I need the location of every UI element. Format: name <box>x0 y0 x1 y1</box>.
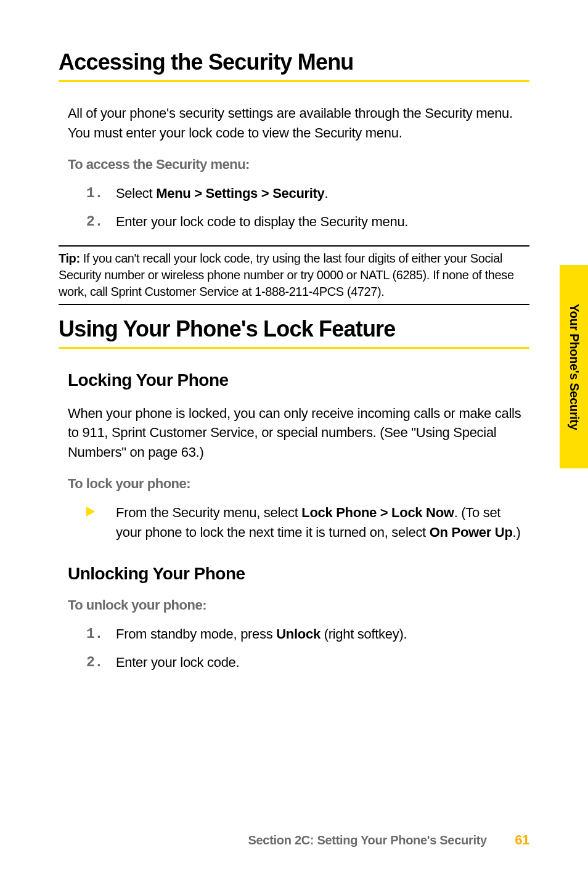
unlock-steps-list: 1. From standby mode, press Unlock (righ… <box>59 624 529 672</box>
lock-steps-list: From the Security menu, select Lock Phon… <box>59 503 529 542</box>
page-number: 61 <box>515 832 529 847</box>
menu-path: Lock Phone > Lock Now <box>301 505 454 520</box>
tip-label: Tip: <box>59 251 80 265</box>
step-text: Enter your lock code. <box>116 655 239 670</box>
softkey-label: Unlock <box>276 626 321 642</box>
subheading-access-security: To access the Security menu: <box>59 157 529 173</box>
subheading-locking-phone: Locking Your Phone <box>59 370 529 390</box>
subheading-to-unlock: To unlock your phone: <box>59 597 529 613</box>
step-text: Select Menu > Settings > Security. <box>116 186 328 201</box>
list-item: 2. Enter your lock code to display the S… <box>86 212 529 232</box>
section-tab: Your Phone's Security <box>560 265 588 468</box>
step-number: 2. <box>86 212 103 232</box>
step-text: Enter your lock code to display the Secu… <box>116 214 408 229</box>
menu-option: On Power Up <box>430 525 513 540</box>
triangle-bullet-icon <box>86 507 95 517</box>
intro-paragraph: All of your phone's security settings ar… <box>59 104 529 143</box>
step-number: 1. <box>86 624 103 645</box>
step-text: From the Security menu, select Lock Phon… <box>116 505 520 540</box>
step-number: 2. <box>86 653 103 673</box>
tip-text: If you can't recall your lock code, try … <box>59 251 514 298</box>
list-item: From the Security menu, select Lock Phon… <box>86 503 529 542</box>
step-text: From standby mode, press Unlock (right s… <box>116 626 407 642</box>
document-page: Your Phone's Security Accessing the Secu… <box>0 0 588 882</box>
tip-callout: Tip: If you can't recall your lock code,… <box>59 245 529 305</box>
heading-lock-feature: Using Your Phone's Lock Feature <box>59 316 529 349</box>
page-footer: Section 2C: Setting Your Phone's Securit… <box>248 832 530 848</box>
list-item: 2. Enter your lock code. <box>86 653 529 672</box>
access-steps-list: 1. Select Menu > Settings > Security. 2.… <box>59 184 529 232</box>
subheading-unlocking-phone: Unlocking Your Phone <box>59 564 529 584</box>
menu-path: Menu > Settings > Security <box>156 186 324 201</box>
list-item: 1. From standby mode, press Unlock (righ… <box>86 624 529 644</box>
subheading-to-lock: To lock your phone: <box>59 476 529 492</box>
list-item: 1. Select Menu > Settings > Security. <box>86 184 529 203</box>
step-number: 1. <box>86 184 103 204</box>
lock-description: When your phone is locked, you can only … <box>59 404 529 463</box>
section-tab-label: Your Phone's Security <box>567 304 581 430</box>
heading-accessing-security: Accessing the Security Menu <box>59 49 529 82</box>
section-label: Section 2C: Setting Your Phone's Securit… <box>248 833 487 847</box>
